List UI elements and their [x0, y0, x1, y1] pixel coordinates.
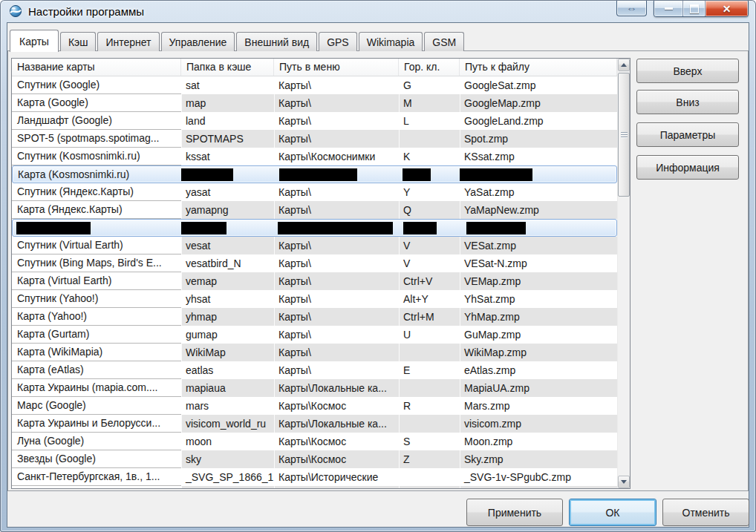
cancel-button[interactable]: Отменить — [662, 499, 749, 526]
cell: Карты\ — [274, 344, 399, 361]
cell — [12, 486, 181, 488]
cell: Карты\ — [274, 290, 399, 308]
table-row[interactable]: Карта (Google)mapКарты\MGoogleMap.zmp — [12, 94, 617, 112]
table-row[interactable]: Карта Украины и Белорусси...visicom_worl… — [12, 415, 617, 433]
table-row[interactable]: Санкт-Петербургская, 1в., 1..._SVG_SP_18… — [12, 468, 617, 486]
cell: Карты\ — [274, 76, 399, 94]
table-row[interactable]: Карта (Yahoo!)yhmapКарты\Ctrl+MYhMap.zmp — [12, 308, 617, 326]
maximize-button[interactable] — [683, 1, 706, 16]
tab-gps[interactable]: GPS — [319, 32, 357, 51]
cell: Спутник (Kosmosnimki.ru) — [12, 148, 181, 165]
cell — [13, 220, 181, 237]
cell — [181, 166, 274, 184]
up-button[interactable]: Вверх — [636, 59, 739, 83]
close-button[interactable]: ✕ — [706, 1, 748, 16]
down-button[interactable]: Вниз — [636, 90, 739, 114]
cell: Карта (eAtlas) — [12, 361, 181, 379]
cell: Карта (Яндекс.Карты) — [12, 201, 181, 219]
window-resize-button[interactable]: ⇔ — [616, 1, 647, 16]
table-row[interactable]: Звезды (Google)skyКарты\КосмосZSky.zmp — [12, 450, 617, 468]
cell: Карты\ — [274, 94, 399, 112]
minimize-button[interactable] — [654, 1, 683, 16]
table-row[interactable]: Спутник (Bing Maps, Bird's E...vesatbird… — [12, 254, 617, 272]
redaction-box — [181, 168, 233, 181]
cell: visicom.zmp — [460, 415, 617, 433]
tab-gsm[interactable]: GSM — [424, 32, 464, 51]
cell: Карты\ — [274, 237, 399, 254]
cell: Sky.zmp — [460, 450, 617, 468]
table-row[interactable]: Спутник (Kosmosnimki.ru)kssatКарты\Космо… — [12, 148, 617, 165]
table-row[interactable]: Карта (WikiMapia)WikiMapКарты\WikiMap.zm… — [12, 344, 617, 361]
column-header-3[interactable]: Гор. кл. — [399, 59, 460, 76]
table-row[interactable]: Карта (eAtlas)eatlasКарты\EeAtlas.zmp — [12, 361, 617, 379]
cell: Карта (Google) — [12, 94, 181, 112]
triangle-up-icon — [621, 63, 627, 67]
table-header: Название картыПапка в кэшеПуть в менюГор… — [12, 59, 617, 76]
tab-wikimapia[interactable]: Wikimapia — [359, 32, 423, 51]
params-button[interactable]: Параметры — [636, 122, 739, 147]
table-row[interactable]: Карта (Gurtam)gumapКарты\UGuMap.zmp — [12, 326, 617, 344]
scrollbar-down-button[interactable] — [618, 476, 630, 488]
table-row[interactable]: Карта (Яндекс.Карты)yamapngКарты\QYaMapN… — [12, 201, 617, 219]
table-row[interactable]: Карта (Virtual Earth)vemapКарты\Ctrl+VVE… — [12, 272, 617, 290]
scrollbar-thumb[interactable] — [618, 73, 630, 197]
table-row[interactable]: Спутник (Yahoo!)yhsatКарты\Alt+YYhSat.zm… — [12, 290, 617, 308]
vertical-scrollbar[interactable] — [617, 59, 630, 488]
cell: G — [399, 76, 460, 94]
ok-button[interactable]: ОК — [569, 499, 656, 526]
cell: Ctrl+M — [399, 308, 460, 326]
cell — [399, 130, 460, 148]
cell: Карты\ — [274, 308, 399, 326]
column-header-0[interactable]: Название карты — [12, 59, 181, 76]
cell: GoogleMap.zmp — [460, 94, 617, 112]
cell: YaSat.zmp — [460, 183, 617, 201]
table-row[interactable]: Ландшафт (Google)landКарты\LGoogleLand.z… — [12, 112, 617, 130]
table-row[interactable]: Карта Украины (mapia.com....mapiauaКарты… — [12, 379, 617, 397]
scrollbar-up-button[interactable] — [618, 59, 630, 71]
tab-cache[interactable]: Кэш — [60, 32, 97, 51]
table-row[interactable]: Луна (Google)moonКарты\КосмосSMoon.zmp — [12, 433, 617, 450]
table-row[interactable]: SPOT-5 (spotmaps.spotimag...SPOTMAPSКарт… — [12, 130, 617, 148]
table-row[interactable] — [12, 486, 617, 488]
cell: GoogleLand.zmp — [460, 112, 617, 130]
cell: MapiaUA.zmp — [460, 379, 617, 397]
apply-button[interactable]: Применить — [466, 499, 563, 526]
cell: L — [399, 112, 460, 130]
column-header-2[interactable]: Путь в меню — [274, 59, 399, 76]
scrollbar-grip-icon — [621, 132, 628, 138]
cell — [399, 379, 460, 397]
tab-appearance[interactable]: Внешний вид — [236, 32, 317, 51]
cell: Карты\Исторические — [274, 468, 399, 486]
cell: vesatbird_N — [181, 254, 274, 272]
cell: Санкт-Петербургская, 1в., 1... — [12, 468, 181, 486]
cell: R — [399, 397, 460, 415]
app-icon[interactable] — [9, 4, 22, 18]
column-header-1[interactable]: Папка в кэше — [181, 59, 274, 76]
cell — [460, 486, 617, 488]
cell: Карты\ — [274, 361, 399, 379]
cell: Карты\ — [274, 272, 399, 290]
cell: YhSat.zmp — [460, 290, 617, 308]
table-row[interactable]: Спутник (Яндекс.Карты)yasatКарты\YYaSat.… — [12, 183, 617, 201]
tab-control[interactable]: Управление — [161, 32, 235, 51]
cell: gumap — [181, 326, 274, 344]
cell: Карта (Virtual Earth) — [12, 272, 181, 290]
cell: KSsat.zmp — [460, 148, 617, 165]
cell: Карта Украины (mapia.com.... — [12, 379, 181, 397]
cell: Ландшафт (Google) — [12, 112, 181, 130]
cell: WikiMap.zmp — [460, 344, 617, 361]
table-row[interactable]: Карта (Kosmosnimki.ru) — [12, 165, 617, 183]
column-header-4[interactable]: Путь к файлу — [460, 59, 617, 76]
table-row[interactable]: Марс (Google)marsКарты\КосмосRMars.zmp — [12, 397, 617, 415]
tab-internet[interactable]: Интернет — [97, 32, 159, 51]
cell: land — [181, 112, 274, 130]
info-button[interactable]: Информация — [636, 155, 739, 180]
cell: Y — [399, 183, 460, 201]
tab-maps[interactable]: Карты — [10, 30, 59, 52]
triangle-down-icon — [621, 480, 627, 484]
table-row[interactable]: Спутник (Google)satКарты\GGoogleSat.zmp — [12, 76, 617, 94]
cell — [274, 166, 399, 184]
table-row[interactable] — [12, 219, 617, 237]
redaction-box — [403, 168, 431, 181]
table-row[interactable]: Спутник (Virtual Earth)vesatКарты\VVESat… — [12, 237, 617, 254]
